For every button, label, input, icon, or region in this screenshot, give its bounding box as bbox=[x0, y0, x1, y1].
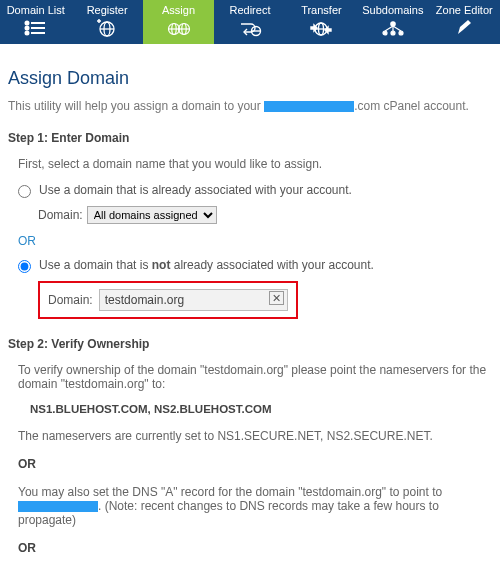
step2-p2: The nameservers are currently set to NS1… bbox=[8, 429, 488, 443]
content-area: Assign Domain This utility will help you… bbox=[0, 44, 500, 567]
top-nav: Domain List Register Assign Redirect Tra… bbox=[0, 0, 500, 44]
radio-associated[interactable] bbox=[18, 185, 31, 198]
globe-plus-icon bbox=[71, 18, 142, 38]
option-not-associated-label: Use a domain that is not already associa… bbox=[39, 258, 488, 272]
svg-line-28 bbox=[393, 26, 401, 31]
nav-label: Zone Editor bbox=[436, 4, 493, 16]
step1-heading: Step 1: Enter Domain bbox=[8, 131, 488, 145]
clear-input-icon[interactable]: ✕ bbox=[269, 291, 284, 305]
nav-assign[interactable]: Assign bbox=[143, 0, 214, 44]
option-associated: Use a domain that is already associated … bbox=[8, 183, 488, 198]
or-divider-1: OR bbox=[8, 234, 488, 248]
associated-domain-select[interactable]: All domains assigned bbox=[87, 206, 217, 224]
nav-subdomains[interactable]: Subdomains bbox=[357, 0, 428, 44]
domain-label: Domain: bbox=[38, 208, 83, 222]
associated-domain-line: Domain: All domains assigned bbox=[8, 206, 488, 224]
svg-line-26 bbox=[385, 26, 393, 31]
option-not-associated: Use a domain that is not already associa… bbox=[8, 258, 488, 273]
step2-heading: Step 2: Verify Ownership bbox=[8, 337, 488, 351]
list-icon bbox=[0, 18, 71, 38]
svg-point-23 bbox=[383, 31, 387, 35]
nav-label: Register bbox=[87, 4, 128, 16]
redacted-account bbox=[264, 101, 354, 112]
nav-label: Assign bbox=[162, 4, 195, 16]
pencil-icon bbox=[429, 18, 500, 38]
nameservers-required: NS1.BLUEHOST.COM, NS2.BLUEHOST.COM bbox=[8, 403, 488, 415]
radio-not-associated[interactable] bbox=[18, 260, 31, 273]
nav-redirect[interactable]: Redirect bbox=[214, 0, 285, 44]
nav-label: Redirect bbox=[229, 4, 270, 16]
svg-point-2 bbox=[25, 27, 28, 30]
transfer-icon bbox=[286, 18, 357, 38]
nav-label: Domain List bbox=[7, 4, 65, 16]
redacted-ip bbox=[18, 501, 98, 512]
nav-transfer[interactable]: Transfer bbox=[286, 0, 357, 44]
nav-label: Transfer bbox=[301, 4, 342, 16]
svg-point-24 bbox=[391, 31, 395, 35]
nav-label: Subdomains bbox=[362, 4, 423, 16]
nav-zone-editor[interactable]: Zone Editor bbox=[429, 0, 500, 44]
svg-point-25 bbox=[399, 31, 403, 35]
svg-point-22 bbox=[391, 22, 395, 26]
step2-p3: You may also set the DNS "A" record for … bbox=[8, 485, 488, 527]
domain-input-highlight: Domain: ✕ bbox=[38, 281, 298, 319]
nav-domain-list[interactable]: Domain List bbox=[0, 0, 71, 44]
redirect-icon bbox=[214, 18, 285, 38]
option-associated-label: Use a domain that is already associated … bbox=[39, 183, 488, 197]
domain-input-label: Domain: bbox=[48, 293, 93, 307]
step2-p1: To verify ownership of the domain "testd… bbox=[8, 363, 488, 391]
network-icon bbox=[357, 18, 428, 38]
or-divider-3: OR bbox=[8, 541, 488, 555]
step1-prompt: First, select a domain name that you wou… bbox=[8, 157, 488, 171]
svg-point-4 bbox=[25, 32, 28, 35]
intro-text: This utility will help you assign a doma… bbox=[8, 99, 488, 113]
svg-point-0 bbox=[25, 22, 28, 25]
or-divider-2: OR bbox=[8, 457, 488, 471]
domain-input[interactable] bbox=[99, 289, 288, 311]
globe-link-icon bbox=[143, 18, 214, 38]
nav-register[interactable]: Register bbox=[71, 0, 142, 44]
page-title: Assign Domain bbox=[8, 68, 488, 89]
